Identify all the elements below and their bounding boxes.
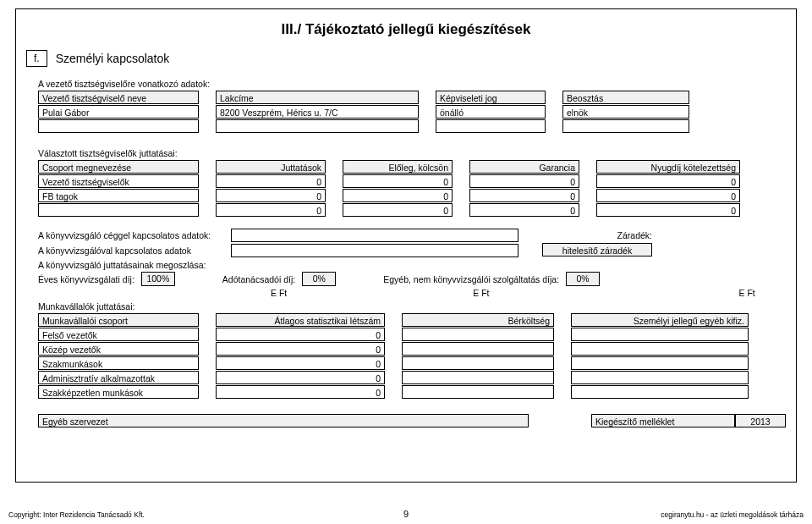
egyeb-row: Egyéb szervezet Kiegészítő melléklet 201… [38, 414, 786, 427]
other-fee-label: Egyéb, nem könyvvizsgálói szolgáltatás d… [383, 274, 559, 284]
emp-row-3: Adminisztratív alkalmazottak 0 [38, 371, 786, 384]
page-number: 9 [403, 509, 409, 519]
cell-emp-avg: 0 [216, 385, 385, 399]
hdr-emp-wage: Bérköltség [402, 313, 554, 327]
hdr-leader-name: Vezető tisztségviselő neve [38, 91, 199, 104]
auditor-line-1: A könyvvizsgáló céggel kapcsolatos adato… [38, 229, 786, 242]
eft-2: E Ft [473, 288, 489, 298]
elected-intro: Választott tisztségviselők juttatásai: [38, 148, 786, 158]
egyeb-title: Egyéb szervezet [38, 414, 529, 427]
hdr-leader-rep: Képviseleti jog [436, 91, 546, 104]
cell-emp-other [571, 385, 749, 399]
cell-v: 0 [596, 203, 740, 217]
eft-3: E Ft [739, 288, 755, 298]
annual-fee-value: 100% [141, 272, 175, 286]
cell-v: 0 [216, 189, 326, 202]
cell-emp-group: Közép vezetők [38, 342, 199, 356]
cell-v: 0 [343, 174, 453, 188]
blank-cell [436, 119, 546, 133]
zaradek-value: hitelesítő záradék [542, 243, 652, 256]
tax-fee-value: 0% [302, 272, 336, 286]
cell-v: 0 [216, 174, 326, 188]
blank-cell [562, 119, 689, 133]
emp-headers: Munkavállalói csoport Átlagos statisztik… [38, 313, 786, 327]
auditor-company-field [231, 229, 518, 242]
auditor-line-2: A könyvvizsgálóval kapcsolatos adatok hi… [38, 243, 786, 258]
tax-fee-label: Adótanácsadói díj: [222, 274, 295, 284]
cell-emp-group: Adminisztratív alkalmazottak [38, 371, 199, 384]
hdr-group: Csoport megnevezése [38, 160, 199, 174]
cell-emp-avg: 0 [216, 371, 385, 384]
cell-emp-wage [402, 342, 554, 356]
cell-emp-avg: 0 [216, 356, 385, 370]
auditor-person-label: A könyvvizsgálóval kapcsolatos adatok [38, 245, 216, 256]
cell-emp-group: Szakképzetlen munkások [38, 385, 199, 399]
cell-v: 0 [343, 189, 453, 202]
footer-copyright: Copyright: Inter Rezidencia Tanácsadó Kf… [8, 510, 145, 519]
eft-line: E Ft E Ft E Ft [38, 288, 786, 298]
emp-row-0: Felső vezetők 0 [38, 328, 786, 341]
val-leader-name: Pulai Gábor [38, 105, 199, 119]
zaradek-label: Záradék: [534, 230, 652, 240]
cell-emp-other [571, 328, 749, 341]
auditor-person-field [231, 244, 518, 257]
other-fee-value: 0% [566, 272, 600, 286]
egyeb-year: 2013 [735, 414, 786, 427]
emp-intro: Munkavállalók juttatásai: [38, 301, 786, 312]
cell-emp-other [571, 342, 749, 356]
auditor-company-label: A könyvvizsgáló céggel kapcsolatos adato… [38, 230, 216, 240]
elected-row-2: 0 0 0 0 [38, 203, 786, 217]
hdr-leader-pos: Beosztás [562, 91, 689, 104]
cell-v: 0 [596, 189, 740, 202]
elected-headers: Csoport megnevezése Juttatások Előleg, k… [38, 160, 786, 174]
egyeb-attachment: Kiegészítő melléklet [591, 414, 735, 427]
cell-emp-avg: 0 [216, 342, 385, 356]
blank-cell [38, 119, 199, 133]
cell-emp-wage [402, 328, 554, 341]
val-leader-rep: önálló [436, 105, 546, 119]
cell-group: FB tagok [38, 189, 199, 202]
leader-row: Pulai Gábor 8200 Veszprém, Hérics u. 7/C… [38, 105, 786, 119]
page-title: III./ Tájékoztató jellegű kiegészítések [26, 21, 786, 38]
cell-emp-wage [402, 356, 554, 370]
annual-fee-label: Éves könyvvizsgálati díj: [38, 274, 134, 284]
cell-emp-avg: 0 [216, 328, 385, 341]
section-header: f. Személyi kapcsolatok [26, 50, 786, 67]
cell-group: Vezető tisztségviselők [38, 174, 199, 188]
cell-v: 0 [469, 174, 579, 188]
leader-headers: Vezető tisztségviselő neve Lakcíme Képvi… [38, 91, 786, 104]
elected-row-0: Vezető tisztségviselők 0 0 0 0 [38, 174, 786, 188]
cell-v: 0 [469, 203, 579, 217]
cell-v: 0 [216, 203, 326, 217]
emp-row-2: Szakmunkások 0 [38, 356, 786, 370]
cell-v: 0 [343, 203, 453, 217]
hdr-loan: Előleg, kölcsön [343, 160, 453, 174]
hdr-emp-other: Személyi jellegű egyéb kifiz. [571, 313, 749, 327]
eft-1: E Ft [271, 288, 287, 298]
leader-row-empty [38, 119, 786, 133]
auditor-fees: Éves könyvvizsgálati díj: 100% Adótanács… [38, 272, 786, 286]
cell-emp-group: Felső vezetők [38, 328, 199, 341]
page-frame: III./ Tájékoztató jellegű kiegészítések … [15, 8, 797, 483]
elected-row-1: FB tagok 0 0 0 0 [38, 189, 786, 202]
auditor-fees-intro: A könyvvizsgáló juttatásainak megoszlása… [38, 260, 786, 270]
hdr-emp-avg: Átlagos statisztikai létszám [216, 313, 385, 327]
cell-group [38, 203, 199, 217]
val-leader-pos: elnök [562, 105, 689, 119]
cell-v: 0 [469, 189, 579, 202]
footer-site: cegiranytu.hu - az üzleti megoldások tár… [661, 510, 804, 519]
emp-row-4: Szakképzetlen munkások 0 [38, 385, 786, 399]
section-letter: f. [26, 50, 47, 67]
cell-emp-group: Szakmunkások [38, 356, 199, 370]
val-leader-addr: 8200 Veszprém, Hérics u. 7/C [216, 105, 419, 119]
cell-v: 0 [596, 174, 740, 188]
hdr-leader-addr: Lakcíme [216, 91, 419, 104]
emp-row-1: Közép vezetők 0 [38, 342, 786, 356]
cell-emp-other [571, 356, 749, 370]
section-heading: Személyi kapcsolatok [56, 52, 170, 65]
hdr-emp-group: Munkavállalói csoport [38, 313, 199, 327]
cell-emp-other [571, 371, 749, 384]
blank-cell [216, 119, 419, 133]
hdr-jut: Juttatások [216, 160, 326, 174]
leader-intro: A vezető tisztségviselőre vonatkozó adat… [38, 79, 786, 89]
